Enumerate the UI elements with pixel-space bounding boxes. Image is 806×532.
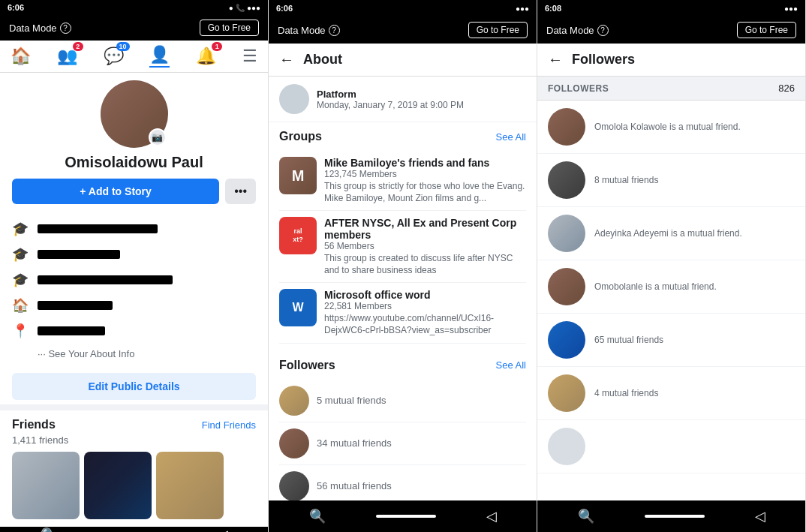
- groups-see-all[interactable]: See All: [496, 131, 526, 143]
- follower-item-7[interactable]: [537, 420, 805, 473]
- group-info-1: Mike Bamiloye's friends and fans 123,745…: [324, 157, 526, 204]
- bottom-bar-2: 🔍 ◁: [269, 500, 537, 532]
- follower-mutual-5: 65 mutual friends: [594, 335, 795, 345]
- home-icon[interactable]: 🏠: [11, 47, 31, 66]
- status-time-2: 6:06: [276, 4, 293, 13]
- follower-preview-2[interactable]: 34 mutual friends: [279, 422, 526, 465]
- bottom-bar-1: 🔍 ◁: [0, 527, 268, 532]
- school-icon-1: 🎓: [12, 221, 30, 237]
- data-mode-label-2: Data Mode: [278, 25, 326, 36]
- search-bottom-icon-2[interactable]: 🔍: [309, 508, 326, 524]
- data-mode-help-2[interactable]: ?: [329, 25, 340, 36]
- go-free-btn-2[interactable]: Go to Free: [468, 22, 528, 38]
- friends-thumbnails: [0, 452, 268, 527]
- info-row-3: 🎓: [12, 267, 256, 293]
- back-arrow-followers[interactable]: ←: [548, 51, 563, 68]
- avatar-wrap: 📷: [101, 80, 168, 148]
- followers-title-bar: ← Followers: [537, 44, 805, 77]
- followers-preview-title: Followers: [279, 359, 335, 372]
- follower-avatar-6: [548, 374, 585, 412]
- follower-item-4[interactable]: Omobolanle is a mutual friend.: [537, 260, 805, 314]
- info-bar-1: [38, 224, 158, 233]
- back-bottom-icon-3[interactable]: ◁: [755, 508, 765, 524]
- followers-see-all[interactable]: See All: [496, 359, 526, 371]
- follower-item-2[interactable]: 8 mutual friends: [537, 154, 805, 207]
- phone-icon: 📞: [236, 4, 245, 12]
- camera-icon[interactable]: 📷: [149, 128, 167, 146]
- go-free-btn-3[interactable]: Go to Free: [737, 22, 796, 38]
- platform-date: Monday, January 7, 2019 at 9:00 PM: [317, 100, 464, 110]
- follower-item-1[interactable]: Omolola Kolawole is a mutual friend.: [537, 101, 805, 154]
- go-free-btn-1[interactable]: Go to Free: [200, 20, 259, 36]
- find-friends-link[interactable]: Find Friends: [202, 419, 256, 431]
- group-info-2: AFTER NYSC, All Ex and Present Corp memb…: [324, 217, 526, 276]
- friend-thumb-3: [156, 452, 224, 519]
- notifications-nav-icon[interactable]: 🔔 1: [196, 47, 216, 66]
- platform-row: Platform Monday, January 7, 2019 at 9:00…: [269, 77, 537, 122]
- follower-item-6[interactable]: 4 mutual friends: [537, 367, 805, 420]
- data-mode-help-1[interactable]: ?: [60, 23, 71, 34]
- menu-nav-icon[interactable]: ☰: [242, 47, 257, 66]
- group-item-2[interactable]: ralxt? AFTER NYSC, All Ex and Present Co…: [279, 211, 526, 283]
- friends-title: Friends: [12, 418, 56, 431]
- messages-nav-icon[interactable]: 💬 10: [104, 47, 124, 66]
- follower-mutual-4: Omobolanle is a mutual friend.: [594, 281, 795, 292]
- school-icon-2: 🎓: [12, 246, 30, 263]
- follower-full-info-6: 4 mutual friends: [594, 388, 795, 398]
- follower-full-info-2: 8 mutual friends: [594, 175, 795, 185]
- follower-item-3[interactable]: Adeyinka Adeyemi is a mutual friend.: [537, 207, 805, 260]
- followers-list: Omolola Kolawole is a mutual friend. 8 m…: [537, 101, 805, 500]
- follower-preview-3[interactable]: 56 mutual friends: [279, 465, 526, 500]
- status-icons-3: ●●●: [784, 5, 798, 13]
- add-story-button[interactable]: + Add to Story: [12, 179, 219, 204]
- group-members-3: 22,581 Members: [324, 301, 526, 311]
- group-item-1[interactable]: M Mike Bamiloye's friends and fans 123,7…: [279, 151, 526, 211]
- about-content: Platform Monday, January 7, 2019 at 9:00…: [269, 77, 537, 500]
- group-desc-1: This group is strictly for those who lov…: [324, 181, 526, 204]
- follower-avatar-1: [548, 108, 585, 146]
- follower-full-info-1: Omolola Kolawole is a mutual friend.: [594, 122, 795, 132]
- follower-item-5[interactable]: 65 mutual friends: [537, 314, 805, 367]
- data-mode-label-3: Data Mode: [546, 25, 594, 36]
- bottom-bar-3: 🔍 ◁: [537, 500, 805, 532]
- friends-nav-icon[interactable]: 👥 2: [57, 47, 77, 66]
- home-info-icon: 🏠: [12, 297, 30, 314]
- profile-actions: + Add to Story •••: [12, 179, 256, 204]
- profile-nav-icon[interactable]: 👤: [149, 45, 170, 68]
- follower-preview-1[interactable]: 5 mutual friends: [279, 380, 526, 422]
- follower-full-info-5: 65 mutual friends: [594, 335, 795, 345]
- follower-preview-avatar-3: [279, 471, 309, 500]
- search-bottom-icon[interactable]: 🔍: [41, 527, 57, 532]
- edit-public-details-button[interactable]: Edit Public Details: [12, 373, 256, 400]
- group-info-3: Microsoft office word 22,581 Members htt…: [324, 289, 526, 336]
- groups-header: Groups See All: [279, 130, 526, 143]
- phone3-followers: 6:08 ●●● Data Mode ? Go to Free ← Follow…: [537, 0, 806, 532]
- home-indicator-2: [376, 515, 436, 518]
- status-bar-3: 6:08 ●●●: [537, 0, 805, 17]
- status-time-3: 6:08: [545, 4, 561, 13]
- follower-full-info-3: Adeyinka Adeyemi is a mutual friend.: [594, 228, 795, 239]
- profile-name: Omisolaidowu Paul: [65, 154, 203, 171]
- group-members-2: 56 Members: [324, 241, 526, 251]
- nav-bar-1: 🏠 👥 2 💬 10 👤 🔔 1 ☰: [0, 41, 268, 73]
- back-arrow-about[interactable]: ←: [279, 51, 294, 68]
- group-name-2: AFTER NYSC, All Ex and Present Corp memb…: [324, 217, 526, 241]
- phone2-about: 6:06 ●●● Data Mode ? Go to Free ← About …: [269, 0, 537, 532]
- follower-avatar-3: [548, 215, 585, 252]
- friends-section-header: Friends Find Friends: [0, 404, 268, 434]
- follower-avatar-7: [548, 428, 585, 465]
- status-icons-2: ●●●: [516, 5, 529, 13]
- data-mode-help-3[interactable]: ?: [597, 25, 609, 36]
- group-item-3[interactable]: W Microsoft office word 22,581 Members h…: [279, 283, 526, 343]
- back-bottom-icon-2[interactable]: ◁: [486, 508, 497, 524]
- see-about-info[interactable]: ··· See Your About Info: [12, 344, 256, 364]
- data-mode-bar-3: Data Mode ? Go to Free: [537, 17, 805, 44]
- data-mode-bar-1: Data Mode ? Go to Free: [0, 15, 268, 41]
- back-bottom-icon[interactable]: ◁: [218, 527, 228, 532]
- more-button[interactable]: •••: [225, 179, 256, 204]
- group-desc-2: This group is created to discuss life af…: [324, 253, 526, 276]
- follower-avatar-5: [548, 321, 585, 359]
- followers-page-title: Followers: [572, 52, 635, 68]
- search-bottom-icon-3[interactable]: 🔍: [578, 508, 594, 524]
- follower-mutual-2: 8 mutual friends: [594, 175, 795, 185]
